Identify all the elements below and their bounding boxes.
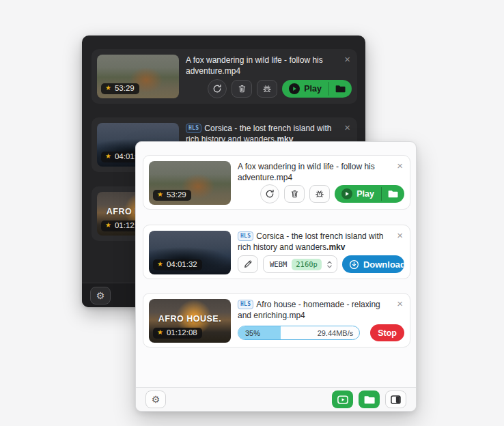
- refresh-button[interactable]: [208, 79, 227, 98]
- star-icon: ★: [157, 261, 163, 268]
- toggle-panel-button[interactable]: [385, 390, 406, 408]
- play-button-label: Play: [356, 189, 374, 199]
- close-icon[interactable]: ×: [344, 55, 350, 64]
- gear-icon: ⚙: [152, 395, 160, 404]
- bug-report-button[interactable]: [309, 185, 330, 203]
- delete-button[interactable]: [284, 185, 305, 203]
- side-panel-icon: [391, 395, 401, 404]
- video-thumbnail: ★ 53:29: [97, 55, 179, 98]
- play-button-label: Play: [304, 84, 322, 94]
- close-icon[interactable]: ×: [397, 299, 403, 309]
- edit-button[interactable]: [238, 255, 258, 273]
- duration-badge: ★ 04:01:32: [153, 259, 202, 271]
- play-icon: [289, 83, 300, 94]
- quality-badge: 2160p: [292, 259, 322, 270]
- delete-button[interactable]: [232, 80, 252, 98]
- duration-text: 01:12:08: [167, 329, 197, 337]
- trash-icon: [290, 189, 299, 199]
- close-icon[interactable]: ×: [344, 123, 350, 132]
- bug-report-button[interactable]: [257, 80, 277, 98]
- star-icon: ★: [157, 191, 163, 198]
- duration-badge: ★ 53:29: [153, 190, 191, 201]
- play-split-button: Play: [282, 80, 352, 98]
- downloader-window-light: ★ 53:29 A fox wandering in wild life - f…: [135, 141, 417, 412]
- duration-text: 53:29: [167, 191, 186, 199]
- download-button-label: Download: [363, 259, 404, 270]
- video-title: A fox wandering in wild life - follow hi…: [186, 55, 352, 76]
- open-folder-button[interactable]: [329, 80, 352, 98]
- download-icon: [349, 259, 359, 270]
- video-title: HLSCorsica - the lost french island with…: [238, 231, 404, 253]
- format-quality-select[interactable]: WEBM 2160p: [263, 255, 337, 273]
- download-speed: 29.44MB/s: [318, 329, 354, 337]
- select-chevrons-icon: [326, 260, 333, 269]
- settings-button[interactable]: ⚙: [145, 390, 166, 408]
- video-thumbnail: AFRO HOUSE. ★ 01:12:08: [149, 299, 231, 343]
- videos-button[interactable]: [332, 390, 353, 408]
- progress-bar: 35% 29.44MB/s: [238, 326, 360, 340]
- downloads-folder-button[interactable]: [359, 390, 380, 408]
- video-item-fox: ★ 53:29 A fox wandering in wild life - f…: [92, 49, 357, 104]
- bug-icon: [315, 189, 324, 199]
- settings-button[interactable]: ⚙: [90, 287, 111, 304]
- video-item-afro: AFRO HOUSE. ★ 01:12:08 HLSAfro house - h…: [143, 293, 410, 347]
- close-icon[interactable]: ×: [397, 161, 403, 171]
- stop-button-label: Stop: [378, 328, 397, 338]
- video-player-icon: [337, 395, 348, 404]
- open-folder-button[interactable]: [382, 185, 404, 203]
- download-button[interactable]: Download: [342, 255, 404, 273]
- play-button[interactable]: Play: [282, 80, 328, 98]
- format-label: WEBM: [270, 260, 287, 268]
- duration-badge: ★ 01:12:08: [153, 328, 202, 339]
- download-split-button: Download ⋮: [342, 255, 404, 273]
- pencil-icon: [243, 259, 253, 269]
- thumbnail-caption: AFRO HOUSE.: [149, 314, 231, 324]
- progress-percent: 35%: [245, 329, 260, 337]
- video-title: A fox wandering in wild life - follow hi…: [238, 161, 404, 183]
- refresh-icon: [212, 84, 222, 94]
- trash-icon: [238, 84, 247, 94]
- play-split-button: Play: [335, 185, 404, 203]
- refresh-button[interactable]: [260, 184, 279, 203]
- duration-text: 04:01:32: [167, 261, 197, 269]
- hls-badge: HLS: [186, 124, 201, 133]
- hls-badge: HLS: [238, 300, 253, 309]
- play-icon: [341, 188, 352, 199]
- duration-badge: ★ 53:29: [101, 83, 139, 95]
- star-icon: ★: [105, 153, 111, 160]
- duration-text: 53:29: [115, 85, 135, 93]
- star-icon: ★: [157, 329, 163, 336]
- gear-icon: ⚙: [96, 291, 105, 300]
- star-icon: ★: [105, 222, 111, 229]
- hls-badge: HLS: [238, 231, 253, 241]
- folder-icon: [388, 190, 398, 198]
- refresh-icon: [265, 189, 275, 199]
- folder-icon: [335, 85, 346, 93]
- star-icon: ★: [105, 85, 111, 91]
- play-button[interactable]: Play: [335, 185, 381, 203]
- video-item-corsica: ★ 04:01:32 HLSCorsica - the lost french …: [143, 225, 410, 279]
- video-thumbnail: ★ 04:01:32: [149, 231, 231, 274]
- stop-button[interactable]: Stop: [370, 324, 404, 341]
- video-title: HLSAfro house - homemade - relaxing and …: [238, 299, 404, 321]
- video-thumbnail: ★ 53:29: [149, 161, 231, 205]
- folder-icon: [364, 395, 375, 404]
- video-item-fox: ★ 53:29 A fox wandering in wild life - f…: [143, 155, 410, 210]
- light-window-footer: ⚙: [136, 387, 416, 411]
- close-icon[interactable]: ×: [397, 231, 403, 240]
- bug-icon: [262, 84, 272, 94]
